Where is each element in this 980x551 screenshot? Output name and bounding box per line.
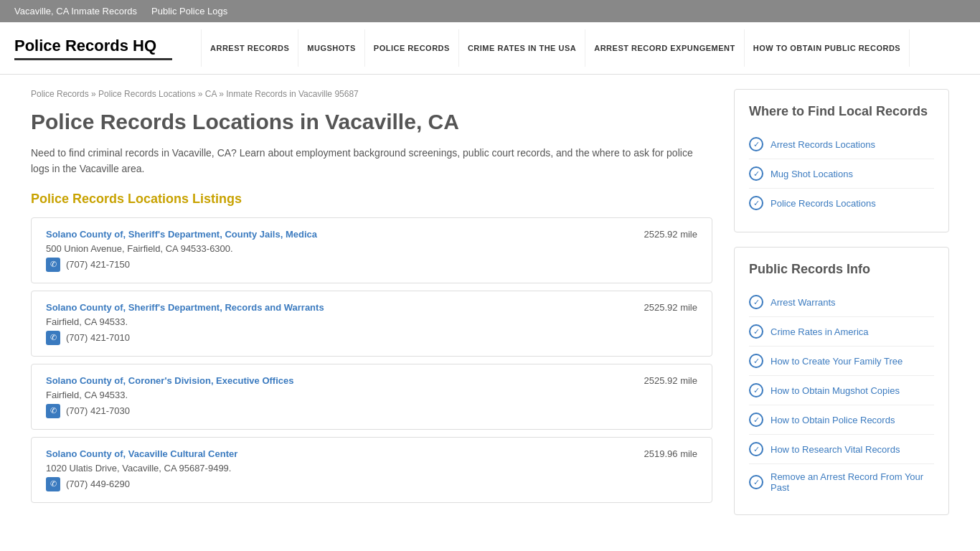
- sidebar: Where to Find Local Records ✓ Arrest Rec…: [734, 89, 949, 529]
- page-container: Police Records » Police Records Location…: [17, 75, 963, 544]
- location-address: 1020 Ulatis Drive, Vacaville, CA 95687-9…: [46, 463, 697, 474]
- site-logo[interactable]: Police Records HQ: [14, 37, 172, 60]
- phone-number: (707) 449-6290: [66, 479, 130, 489]
- location-address: Fairfield, CA 94533.: [46, 390, 697, 400]
- sidebar-link-crime-rates[interactable]: ✓ Crime Rates in America: [749, 317, 934, 347]
- check-icon: ✓: [749, 442, 763, 456]
- sidebar-link-label: Police Records Locations: [771, 198, 876, 209]
- nav-obtain-records[interactable]: HOW TO OBTAIN PUBLIC RECORDS: [745, 29, 910, 67]
- sidebar-link-label: Mug Shot Locations: [771, 169, 853, 179]
- location-phone: ✆ (707) 421-7030: [46, 404, 697, 418]
- location-name: Solano County of, Coroner's Division, Ex…: [46, 375, 294, 386]
- main-nav: ARREST RECORDS MUGSHOTS POLICE RECORDS C…: [201, 29, 966, 67]
- page-title: Police Records Locations in Vacaville, C…: [31, 110, 712, 134]
- phone-icon: ✆: [46, 331, 60, 345]
- check-icon: ✓: [749, 383, 763, 397]
- check-icon: ✓: [749, 324, 763, 339]
- phone-number: (707) 421-7150: [66, 259, 130, 270]
- location-name: Solano County of, Sheriff's Department, …: [46, 229, 317, 240]
- check-icon: ✓: [749, 137, 763, 151]
- location-card: Solano County of, Sheriff's Department, …: [31, 291, 712, 357]
- sidebar-link-label: How to Create Your Family Tree: [771, 356, 903, 367]
- sidebar-link-police-records[interactable]: ✓ How to Obtain Police Records: [749, 405, 934, 435]
- sidebar-section-public-records: Public Records Info ✓ Arrest Warrants ✓ …: [734, 247, 949, 515]
- phone-icon: ✆: [46, 477, 60, 491]
- phone-number: (707) 421-7030: [66, 405, 130, 416]
- breadcrumb-ca[interactable]: CA: [205, 89, 217, 99]
- sidebar-section-local-records: Where to Find Local Records ✓ Arrest Rec…: [734, 89, 949, 232]
- breadcrumb-police-records[interactable]: Police Records: [31, 89, 89, 99]
- nav-mugshots[interactable]: MUGSHOTS: [298, 29, 365, 67]
- sidebar-link-mug-shot-locations[interactable]: ✓ Mug Shot Locations: [749, 159, 934, 189]
- location-list: Solano County of, Sheriff's Department, …: [31, 217, 712, 503]
- phone-icon: ✆: [46, 404, 60, 418]
- location-phone: ✆ (707) 421-7010: [46, 331, 697, 345]
- sidebar-link-police-locations[interactable]: ✓ Police Records Locations: [749, 189, 934, 217]
- check-icon: ✓: [749, 475, 763, 489]
- section-heading: Police Records Locations Listings: [31, 192, 712, 207]
- topbar-link-police-logs[interactable]: Public Police Logs: [151, 6, 227, 17]
- sidebar-link-mugshot-copies[interactable]: ✓ How to Obtain Mugshot Copies: [749, 376, 934, 405]
- nav-police-records[interactable]: POLICE RECORDS: [365, 29, 459, 67]
- check-icon: ✓: [749, 166, 763, 181]
- location-name: Solano County of, Sheriff's Department, …: [46, 302, 324, 313]
- check-icon: ✓: [749, 354, 763, 368]
- sidebar-link-arrest-warrants[interactable]: ✓ Arrest Warrants: [749, 288, 934, 317]
- breadcrumb: Police Records » Police Records Location…: [31, 89, 712, 99]
- check-icon: ✓: [749, 295, 763, 309]
- sidebar-link-label: Arrest Records Locations: [771, 139, 875, 150]
- breadcrumb-inmate[interactable]: Inmate Records in Vacaville 95687: [226, 89, 359, 99]
- nav-arrest-records[interactable]: ARREST RECORDS: [201, 29, 298, 67]
- location-address: 500 Union Avenue, Fairfield, CA 94533-63…: [46, 243, 697, 254]
- location-distance: 2525.92 mile: [644, 375, 697, 386]
- phone-number: (707) 421-7010: [66, 332, 130, 343]
- sidebar-link-arrest-locations[interactable]: ✓ Arrest Records Locations: [749, 130, 934, 159]
- sidebar-link-label: How to Obtain Police Records: [771, 415, 895, 425]
- location-phone: ✆ (707) 421-7150: [46, 258, 697, 272]
- sidebar-link-family-tree[interactable]: ✓ How to Create Your Family Tree: [749, 347, 934, 376]
- location-card: Solano County of, Sheriff's Department, …: [31, 217, 712, 283]
- sidebar-link-remove-arrest[interactable]: ✓ Remove an Arrest Record From Your Past: [749, 464, 934, 500]
- sidebar-link-label: Crime Rates in America: [771, 326, 869, 337]
- header: Police Records HQ ARREST RECORDS MUGSHOT…: [0, 22, 980, 75]
- location-card: Solano County of, Vacaville Cultural Cen…: [31, 437, 712, 503]
- nav-crime-rates[interactable]: CRIME RATES IN THE USA: [459, 29, 585, 67]
- sidebar-link-label: How to Obtain Mugshot Copies: [771, 385, 900, 396]
- breadcrumb-sep1: »: [91, 89, 98, 99]
- location-name: Solano County of, Vacaville Cultural Cen…: [46, 448, 237, 459]
- location-card: Solano County of, Coroner's Division, Ex…: [31, 364, 712, 430]
- breadcrumb-sep2: »: [198, 89, 205, 99]
- topbar-link-inmate[interactable]: Vacaville, CA Inmate Records: [14, 6, 137, 17]
- phone-icon: ✆: [46, 258, 60, 272]
- sidebar-link-vital-records[interactable]: ✓ How to Research Vital Records: [749, 435, 934, 464]
- sidebar-link-label: How to Research Vital Records: [771, 444, 900, 455]
- topbar: Vacaville, CA Inmate Records Public Poli…: [0, 0, 980, 22]
- location-distance: 2525.92 mile: [644, 229, 697, 240]
- nav-arrest-expungement[interactable]: ARREST RECORD EXPUNGEMENT: [585, 29, 744, 67]
- breadcrumb-sep3: »: [219, 89, 226, 99]
- intro-text: Need to find criminal records in Vacavil…: [31, 145, 712, 177]
- main-content: Police Records » Police Records Location…: [31, 89, 712, 529]
- sidebar-link-label: Remove an Arrest Record From Your Past: [771, 471, 934, 493]
- check-icon: ✓: [749, 413, 763, 427]
- location-phone: ✆ (707) 449-6290: [46, 477, 697, 491]
- sidebar-section-title-local: Where to Find Local Records: [749, 104, 934, 119]
- breadcrumb-locations[interactable]: Police Records Locations: [98, 89, 195, 99]
- check-icon: ✓: [749, 196, 763, 210]
- location-address: Fairfield, CA 94533.: [46, 316, 697, 327]
- location-distance: 2525.92 mile: [644, 302, 697, 313]
- sidebar-link-label: Arrest Warrants: [771, 297, 836, 308]
- location-distance: 2519.96 mile: [644, 448, 697, 459]
- sidebar-section-title-public: Public Records Info: [749, 262, 934, 277]
